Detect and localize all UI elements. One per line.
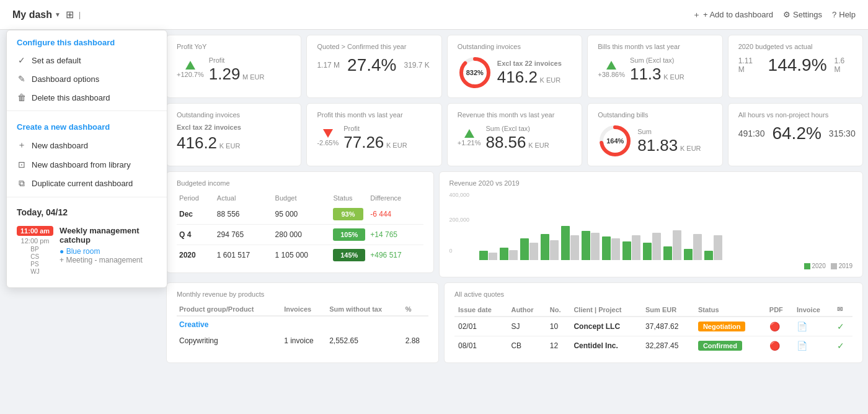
- top-widgets-row: Profit YoY +120.7% Profit 1.29 M EUR Quo…: [161, 30, 868, 101]
- delete-dashboard-item[interactable]: 🗑 Delete this dashboard: [7, 88, 167, 107]
- chart-bars: [479, 192, 852, 260]
- quote-sum: 32,287.45: [642, 336, 694, 356]
- revenue-chart-container: 400,000 200,000 0: [450, 192, 852, 269]
- outstanding-2-label: Excl tax 22 invoices: [177, 124, 291, 131]
- quote-sum: 37,487.62: [642, 317, 694, 336]
- new-from-library-item[interactable]: ⊡ New dashboard from library: [7, 155, 167, 174]
- bar-gray: [632, 235, 640, 260]
- delete-dashboard-label: Delete this dashboard: [32, 93, 110, 102]
- quote-author: SJ: [507, 317, 546, 336]
- filter-icon[interactable]: ⊞: [66, 9, 74, 20]
- quote-check[interactable]: ✓: [833, 317, 852, 336]
- bar-gray: [509, 250, 518, 260]
- dashboard-options-label: Dashboard options: [32, 74, 99, 84]
- quote-client: Concept LLC: [570, 317, 642, 336]
- revenue-month-title: Revenue this month vs last year: [458, 111, 572, 119]
- budget-col-difference: Difference: [368, 192, 423, 204]
- quote-pdf[interactable]: 🔴: [766, 317, 793, 336]
- today-date: Today, 04/12: [7, 201, 167, 223]
- outstanding-2-content: Excl tax 22 invoices 416.2 K EUR: [177, 124, 291, 153]
- profit-month-unit: K EUR: [386, 142, 407, 149]
- bar-group: [500, 248, 518, 260]
- revenue-month-values: Sum (Excl tax) 88.56 K EUR: [485, 124, 549, 152]
- event-details: Weekly management catchup ● Blue room + …: [60, 226, 157, 264]
- budget-period: Q 4: [177, 225, 215, 245]
- dashboard-title[interactable]: My dash ▼: [12, 9, 61, 20]
- settings-icon: ⚙: [783, 10, 790, 19]
- plus-icon-event: +: [60, 256, 64, 264]
- outstanding-invoices-top-label: Excl tax 22 invoices: [497, 60, 562, 67]
- bills-arrow-up-icon: [606, 61, 616, 70]
- quote-status: Negotiation: [694, 317, 766, 336]
- trash-icon: 🗑: [17, 92, 27, 102]
- bar-green: [500, 248, 508, 260]
- profit-yoy-title: Profit YoY: [177, 43, 291, 50]
- budget-actual: 294 765: [215, 225, 273, 245]
- outstanding-invoices-top-title: Outstanding invoices: [458, 43, 572, 50]
- configure-section-title: Configure this dashboard: [7, 30, 167, 51]
- budget-status: 145%: [330, 245, 368, 266]
- bar-group: [643, 233, 661, 260]
- help-icon: ?: [832, 10, 836, 19]
- bar-group: [582, 231, 600, 260]
- bar-gray: [550, 240, 559, 260]
- budgeted-income-title: Budgeted income: [177, 179, 423, 187]
- outstanding-invoices-2-widget: Outstanding invoices Excl tax 22 invoice…: [166, 103, 301, 166]
- bar-green: [479, 251, 488, 260]
- table-row: 08/01 CB 12 Centidel Inc. 32,287.45 Conf…: [454, 336, 852, 356]
- calendar-event: 11:00 am 12:00 pm BPCSPSWJ Weekly manage…: [7, 223, 167, 280]
- divider: [7, 110, 167, 111]
- profit-month-values: Profit 77.26 K EUR: [343, 124, 407, 152]
- bar-green: [643, 243, 652, 260]
- quotes-col-invoice: Invoice: [793, 303, 833, 317]
- quote-check[interactable]: ✓: [833, 336, 852, 356]
- profit-month-label: Profit: [343, 125, 360, 132]
- quotes-table: Issue date Author No. Client | Project S…: [454, 303, 852, 355]
- duplicate-item[interactable]: ⧉ Duplicate current dashboard: [7, 174, 167, 193]
- bar-gray: [489, 253, 497, 260]
- quotes-title: All active quotes: [454, 290, 852, 298]
- profit-pct: +120.7%: [177, 71, 204, 78]
- bar-group: [541, 234, 559, 260]
- profit-value-block: Profit 1.29 M EUR: [209, 55, 265, 84]
- outstanding-2-value: 416.2: [177, 133, 217, 152]
- revenue-month-unit: K EUR: [528, 142, 549, 149]
- new-dashboard-item[interactable]: ＋ New dashboard: [7, 135, 167, 155]
- quote-invoice[interactable]: 📄: [793, 336, 833, 356]
- quote-pdf[interactable]: 🔴: [766, 336, 793, 356]
- set-default-item[interactable]: ✓ Set as default: [7, 51, 167, 70]
- bar-gray: [611, 238, 620, 260]
- budgeted-vs-actual-title: 2020 budgeted vs actual: [738, 43, 852, 50]
- quote-invoice[interactable]: 📄: [793, 317, 833, 336]
- outstanding-bills-widget: Outstanding bills 164% Sum 81.83 K EUR: [587, 103, 722, 166]
- help-label: Help: [839, 10, 856, 19]
- help-button[interactable]: ? Help: [832, 10, 856, 19]
- budgeted-income-widget: Budgeted income Period Actual Budget Sta…: [166, 171, 434, 273]
- quoted-center: 27.4%: [347, 55, 396, 75]
- all-hours-widget: All hours vs non-project hours 491:30 64…: [728, 103, 863, 166]
- bar-group: [602, 236, 620, 260]
- quote-no: 10: [546, 317, 570, 336]
- budgeted-income-table: Period Actual Budget Status Difference D…: [177, 192, 423, 265]
- budget-status: 93%: [330, 204, 368, 225]
- budget-col-actual: Actual: [215, 192, 273, 204]
- bar-group: [479, 251, 497, 260]
- quoted-content: 1.17 M 27.4% 319.7 K: [317, 55, 431, 75]
- creative-category-link[interactable]: Creative: [179, 320, 208, 329]
- event-title: Weekly management catchup: [60, 226, 157, 245]
- second-widgets-row: Outstanding invoices Excl tax 22 invoice…: [161, 101, 868, 169]
- bills-unit: K EUR: [663, 73, 684, 81]
- quotes-widget: All active quotes Issue date Author No. …: [444, 282, 863, 363]
- settings-label: Settings: [793, 10, 822, 19]
- duplicate-icon: ⧉: [17, 178, 27, 189]
- bar-gray: [652, 233, 661, 260]
- settings-button[interactable]: ⚙ Settings: [783, 10, 822, 19]
- add-to-dashboard-button[interactable]: ＋ + Add to dashboard: [693, 9, 773, 20]
- quotes-col-pdf: PDF: [766, 303, 793, 317]
- dashboard-options-item[interactable]: ✎ Dashboard options: [7, 70, 167, 88]
- outstanding-bills-value: 81.83: [637, 136, 678, 155]
- checkmark-icon: ✓: [17, 55, 27, 65]
- y-label-0: 0: [450, 248, 453, 254]
- dropdown-arrow-icon: ▼: [55, 11, 61, 18]
- bar-green: [622, 241, 631, 260]
